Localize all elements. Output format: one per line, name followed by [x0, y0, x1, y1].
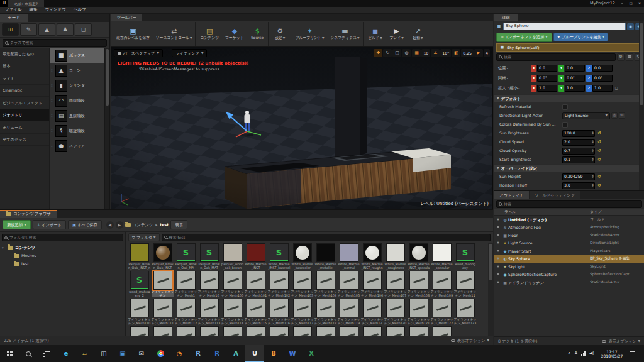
placeable-item[interactable]: ∷ ■ ボックス	[50, 48, 104, 63]
asset-item[interactable]: White_Marble_metallic	[314, 243, 337, 270]
asset-item[interactable]: White_Marble_specular	[430, 243, 453, 270]
x-value-field[interactable]: 0.0	[537, 65, 557, 72]
tree-caret-icon[interactable]: ▾	[2, 246, 6, 250]
snap-value[interactable]: 10	[421, 49, 430, 57]
reset-to-default-icon[interactable]: ↺	[597, 131, 601, 136]
outliner-row[interactable]: ● ▦ アイランドキッチン StaticMeshActor	[494, 278, 644, 287]
asset-item[interactable]: アイランドキッチン_Mesh122	[430, 298, 453, 326]
view-button[interactable]: 表示	[170, 220, 187, 229]
column-label[interactable]: ラベル	[494, 209, 590, 214]
snap-toggle-icon[interactable]: ∠	[431, 49, 440, 57]
outliner-row[interactable]: ● ◍ Untitled (エディタ) ワールド	[494, 216, 644, 224]
visibility-eye-icon[interactable]: ●	[494, 226, 502, 229]
toolbar-button[interactable]: ▤ コンテンツ▼	[197, 22, 222, 46]
browse-icon[interactable]: ←	[619, 112, 625, 119]
asset-item[interactable]: アイランドキッチン_Mesh119	[337, 298, 360, 326]
visibility-eye-icon[interactable]: ●	[494, 234, 502, 237]
tab-outliner[interactable]: アウトライナ	[494, 191, 529, 199]
toolbar-button[interactable]: ⇄ ソースコントロール▼	[153, 22, 196, 46]
add-component-button[interactable]: +コンポーネントを追加▼	[496, 33, 552, 42]
z-value-field[interactable]: 0.0°	[592, 75, 613, 82]
window-control-button[interactable]: □	[626, 0, 635, 7]
asset-item[interactable]: アイランドキッチン_Mesh13	[267, 326, 291, 336]
column-type[interactable]: タイプ	[590, 209, 644, 214]
asset-search-input[interactable]: 検索 test	[162, 234, 491, 241]
asset-item[interactable]: アイランドキッチン_Mesh124	[128, 326, 151, 336]
folder-tree-row[interactable]: Meshes	[2, 251, 123, 260]
tab-details[interactable]: 詳細	[494, 14, 518, 21]
editor-mode-button[interactable]: ♣	[57, 23, 74, 36]
visibility-eye-icon[interactable]: ●	[494, 241, 502, 244]
asset-item[interactable]: アイランドキッチン_Mesh103	[291, 270, 314, 298]
asset-item[interactable]: アイランドキッチン_Mesh104	[314, 270, 337, 298]
z-value-field[interactable]: 0.0	[592, 65, 613, 72]
y-value-field[interactable]: 1.0	[565, 85, 585, 92]
asset-item[interactable]: アイランドキッチン_Mesh123	[453, 298, 477, 326]
menu-item[interactable]: ウィンドウ	[45, 8, 66, 13]
folder-tree-row[interactable]: test	[2, 260, 123, 268]
asset-item[interactable]: アイランドキッチン_Mesh120	[384, 298, 407, 326]
asset-item[interactable]: アイランドキッチン_Mesh11	[453, 270, 477, 298]
x-value-field[interactable]: 1.0	[537, 85, 557, 92]
visibility-eye-icon[interactable]: ●	[494, 250, 502, 253]
taskbar-app-button[interactable]: ▱	[75, 345, 94, 362]
outliner-row[interactable]: ● ☀ SkyLight SkyLight	[494, 263, 644, 271]
asset-item[interactable]: アイランドキッチン_Mesh110	[128, 298, 151, 326]
asset-item[interactable]: アイランドキッチン_Mesh10	[197, 270, 221, 298]
taskbar-app-button[interactable]	[151, 345, 170, 362]
property-number-field[interactable]: 0.204259▲▼	[562, 173, 595, 180]
toolbar-button[interactable]: ↗ 起動▼	[408, 22, 429, 46]
property-number-field[interactable]: 100.0▲▼	[562, 130, 595, 137]
section-header-override[interactable]: ▼ オーバーライド設定	[494, 164, 644, 172]
reset-to-default-icon[interactable]: ↺	[597, 140, 601, 145]
spinner-icons[interactable]: ▲▼	[592, 131, 594, 136]
asset-item[interactable]: White_Marble_normal	[337, 243, 360, 270]
asset-item[interactable]: アイランドキッチン_Mesh117	[291, 298, 314, 326]
placeable-item[interactable]: ∷ ● スフィア	[50, 138, 104, 153]
gizmo-tool-button[interactable]: ◱	[392, 49, 401, 57]
asset-item[interactable]: アイランドキッチン_Mesh132	[337, 326, 360, 336]
property-checkbox[interactable]	[562, 122, 568, 128]
asset-item[interactable]: アイランドキッチン_Mesh116	[267, 298, 291, 326]
snap-toggle-icon[interactable]: ▶	[474, 49, 483, 57]
asset-item[interactable]: アイランドキッチン	[151, 270, 174, 298]
transform-row-label[interactable]: 拡大・縮小	[494, 85, 531, 90]
asset-item[interactable]: Parquet_Brown_Oak_INST	[151, 243, 174, 270]
menu-item[interactable]: ファイル	[5, 8, 22, 13]
taskbar-app-button[interactable]: X	[302, 345, 321, 362]
reset-to-default-icon[interactable]: ↺	[597, 183, 601, 188]
taskbar-app-button[interactable]: W	[283, 345, 302, 362]
x-value-field[interactable]: 0.0°	[537, 75, 557, 82]
outliner-row[interactable]: ● ◉ SphereReflectionCapture SphereReflec…	[494, 271, 644, 279]
forward-button[interactable]: ▶	[116, 221, 123, 229]
asset-item[interactable]: wood_mahogany	[453, 243, 477, 270]
outliner-row[interactable]: ● ▦ Floor StaticMeshActor	[494, 231, 644, 239]
editor-mode-button[interactable]: ◻	[75, 23, 92, 36]
import-button[interactable]: ↓インポート	[33, 220, 66, 229]
action-center-icon[interactable]	[630, 351, 635, 356]
asset-item[interactable]: アイランドキッチン_Mesh121	[407, 298, 430, 326]
task-view-button[interactable]	[38, 345, 57, 362]
add-new-button[interactable]: 新規追加▼	[3, 220, 31, 229]
asset-item[interactable]: アイランドキッチン_Mesh133	[360, 326, 384, 336]
asset-item[interactable]: アイランドキッチン_Mesh105	[337, 270, 360, 298]
taskbar-app-button[interactable]: U	[245, 345, 264, 362]
asset-item[interactable]: parquet_wood_oak_brown	[221, 243, 244, 270]
ime-indicator[interactable]: A	[575, 351, 578, 356]
visibility-eye-icon[interactable]: ●	[494, 281, 502, 284]
section-header-default[interactable]: ▼ デフォルト	[494, 94, 644, 102]
editor-mode-button[interactable]: ✎	[20, 23, 37, 36]
placement-category[interactable]: 基本	[0, 60, 49, 73]
asset-item[interactable]: White_Marble_INST_basecolor	[267, 243, 291, 270]
folder-tree-row[interactable]: ▾ コンテンツ	[2, 243, 123, 251]
filter-button[interactable]: ▽フィルタ▼	[128, 233, 160, 241]
asset-item[interactable]: Parquet_Brown_Oak_MAT	[197, 243, 221, 270]
view-mode-dropdown-button[interactable]: ライティング ▼	[172, 49, 207, 57]
placement-category[interactable]: 全てのクラス	[0, 134, 49, 146]
placement-category[interactable]: 最近配置したもの	[0, 48, 49, 60]
placement-category[interactable]: ボリューム	[0, 121, 49, 134]
spinner-icons[interactable]: ▲▼	[592, 149, 594, 153]
asset-item[interactable]: アイランドキッチン_Mesh113	[197, 298, 221, 326]
tab-content-browser[interactable]: コンテンツブラウザ	[0, 210, 57, 218]
placeable-item[interactable]: ∷ ◠ 曲線階段	[50, 93, 104, 108]
